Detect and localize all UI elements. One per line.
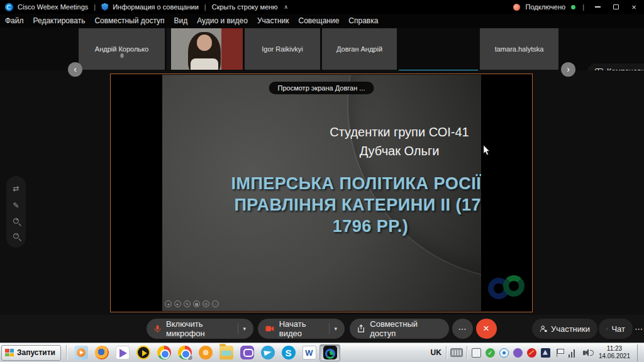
scroll-left-button[interactable]: ‹ (68, 62, 82, 77)
antivirus-ok-tray-icon[interactable]: ✓ (486, 348, 495, 358)
participant-name: tamara.halytska (495, 45, 544, 53)
zoom-in-icon[interactable]: + (13, 218, 19, 224)
language-indicator[interactable]: UK (431, 348, 441, 357)
separator: | (92, 3, 97, 11)
more-options-icon: ⋯ (458, 324, 467, 334)
app-tray-icon[interactable] (541, 348, 550, 358)
close-icon: × (631, 3, 636, 11)
maximize-button[interactable] (609, 2, 622, 12)
participant-name: Довган Андрій (336, 45, 382, 53)
action-center-flag-icon[interactable] (555, 348, 564, 358)
chrome-taskbar-button[interactable] (153, 344, 174, 361)
scroll-right-button[interactable]: › (561, 62, 575, 77)
system-tray: UK ✓ 11:23 14.06.2021 (431, 343, 644, 362)
telegram-taskbar-button[interactable] (257, 344, 278, 361)
watermark-circle-green (503, 275, 525, 297)
record-indicator-icon (513, 4, 520, 11)
webex-watermark (488, 274, 527, 303)
word-icon: W (303, 346, 316, 359)
chrome-profile-taskbar-button[interactable] (174, 344, 195, 361)
clock-date: 14.06.2021 (599, 353, 630, 360)
desktop-screen: Cisco Webex Meetings | Информация о сове… (0, 0, 644, 362)
zoom-slide-button[interactable]: ⊙ (203, 300, 209, 307)
chat-panel-button[interactable]: Чат (599, 319, 633, 339)
show-desktop-button[interactable] (637, 344, 643, 361)
tray-divider (446, 346, 447, 359)
connected-dot-icon (571, 5, 575, 9)
video-person-dress (191, 58, 218, 70)
webex-app-icon (323, 346, 337, 359)
next-slide-button[interactable]: ▸ (174, 300, 181, 307)
participant-tile[interactable]: tamara.halytska (480, 28, 558, 70)
leave-meeting-button[interactable]: × (476, 319, 497, 339)
video-person-face (197, 35, 212, 51)
minimize-button[interactable] (591, 2, 604, 12)
slide-subtitle-line1: Студентки групи СОІ-41 (261, 123, 481, 141)
network-signal-icon[interactable] (569, 348, 578, 358)
kmplayer-taskbar-button[interactable] (112, 344, 133, 361)
more-slide-options-button[interactable]: ⋯ (212, 300, 219, 307)
menu-share[interactable]: Совместный доступ (94, 16, 164, 25)
prev-slide-button[interactable]: ◂ (165, 300, 172, 307)
participant-video-tile[interactable] (167, 28, 243, 70)
meeting-info-button[interactable]: Информация о совещании (113, 3, 199, 11)
chevron-up-icon: ∧ (284, 4, 289, 10)
aimp-taskbar-button[interactable] (133, 344, 153, 361)
word-taskbar-button[interactable]: W (299, 344, 319, 361)
chevron-down-icon[interactable]: ▾ (243, 326, 246, 332)
security-tray-icon[interactable] (527, 348, 536, 358)
close-button[interactable]: × (628, 2, 640, 12)
share-content-button[interactable]: Совместный доступ (350, 319, 449, 339)
aimp-icon (136, 346, 150, 359)
tray-divider (467, 346, 467, 359)
slide-subtitle-line2: Дубчак Ольги (261, 141, 481, 160)
media-player-taskbar-button[interactable] (70, 344, 91, 361)
more-panels-button[interactable]: ⋯ (635, 319, 643, 339)
menu-help[interactable]: Справка (348, 16, 378, 25)
screen-share-banner[interactable]: Просмотр экрана Довган ... (269, 82, 374, 94)
unmute-button[interactable]: Включить микрофон ▾ (147, 319, 253, 339)
participant-tile[interactable]: Довган Андрій (322, 28, 397, 70)
firefox-taskbar-button[interactable] (91, 344, 112, 361)
chevron-down-icon[interactable]: ▾ (334, 326, 337, 332)
start-video-button[interactable]: Начать видео ▾ (258, 319, 345, 339)
browser-taskbar-button[interactable] (195, 344, 216, 361)
webex-taskbar-button[interactable] (319, 344, 340, 361)
menu-audio-video[interactable]: Аудио и видео (197, 16, 248, 25)
participants-panel-button[interactable]: Участники (532, 319, 597, 339)
pen-tool-button[interactable]: ✎ (184, 300, 191, 307)
divider (329, 323, 330, 334)
kmplayer-icon (116, 346, 130, 359)
volume-icon[interactable] (582, 348, 592, 358)
mouse-cursor (483, 145, 491, 156)
viber-tray-icon[interactable] (513, 348, 523, 358)
hide-menu-button[interactable]: Скрыть строку меню (212, 3, 278, 11)
zoom-out-icon[interactable]: − (13, 233, 19, 239)
meeting-info-shield-icon (101, 3, 108, 11)
start-button[interactable]: Запустити (1, 345, 61, 361)
keyboard-icon[interactable] (451, 349, 462, 356)
more-options-button[interactable]: ⋯ (452, 319, 473, 339)
participant-tile[interactable]: Igor Raikivkyi (245, 28, 320, 70)
slide-title: ІМПЕРСЬКА ПОЛІТИКА РОСІЇ ЗА ПРАВЛІННЯ КА… (220, 173, 481, 237)
remote-control-icon[interactable]: ✎ (13, 202, 19, 209)
participant-tile[interactable]: Андрій Королько (79, 28, 165, 70)
menu-meeting[interactable]: Совещание (299, 16, 340, 25)
clipboard-tray-icon[interactable] (472, 348, 481, 358)
menu-file[interactable]: Файл (5, 16, 24, 25)
slide-grid-button[interactable]: ▦ (193, 300, 200, 307)
viber-taskbar-button[interactable] (236, 344, 257, 361)
menu-view[interactable]: Вид (174, 16, 188, 25)
taskbar-clock[interactable]: 11:23 14.06.2021 (596, 345, 633, 360)
eye-tray-icon[interactable] (499, 348, 509, 358)
menu-participant[interactable]: Участник (257, 16, 289, 25)
slideshow-controls: ◂ ▸ ✎ ▦ ⊙ ⋯ (165, 300, 219, 307)
skype-taskbar-button[interactable]: S (278, 344, 299, 361)
pass-control-icon[interactable]: ⇄ (13, 185, 19, 192)
slide-subtitle: Студентки групи СОІ-41 Дубчак Ольги (261, 123, 481, 160)
file-manager-taskbar-button[interactable] (216, 344, 236, 361)
annotation-toolbar: ⇄ ✎ + − (6, 176, 26, 248)
menu-edit[interactable]: Редактировать (33, 16, 86, 25)
chat-button-label: Чат (611, 324, 625, 334)
participants-button-label: Участники (551, 324, 590, 334)
